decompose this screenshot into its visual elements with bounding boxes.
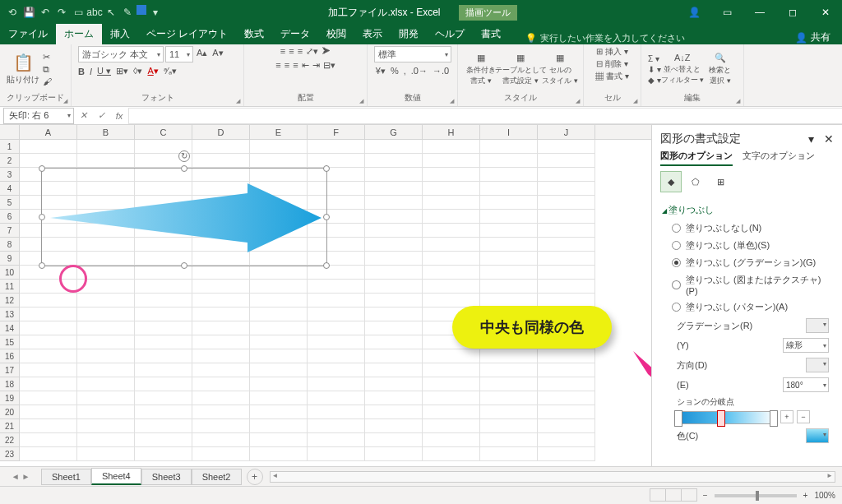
cell[interactable]: [365, 349, 423, 363]
zoom-out-icon[interactable]: −: [703, 491, 708, 500]
autosave-icon[interactable]: ⟲: [5, 5, 20, 20]
cell[interactable]: [20, 321, 77, 335]
tab-review[interactable]: 校閲: [318, 24, 354, 44]
fx-icon[interactable]: fx: [110, 111, 128, 121]
format-cells-button[interactable]: ▦ 書式 ▾: [595, 71, 629, 82]
rotate-handle[interactable]: [178, 150, 190, 162]
cell[interactable]: [480, 140, 538, 154]
col-header[interactable]: E: [250, 125, 308, 139]
cell[interactable]: [480, 252, 538, 266]
row-header[interactable]: 2: [0, 154, 20, 168]
cell[interactable]: [308, 447, 365, 461]
cell[interactable]: [20, 377, 77, 391]
shrink-font-icon[interactable]: A▾: [210, 46, 224, 62]
horizontal-scrollbar[interactable]: [270, 471, 836, 483]
cell[interactable]: [365, 391, 423, 405]
cell[interactable]: [250, 349, 308, 363]
resize-handle[interactable]: [39, 165, 45, 172]
cell[interactable]: [423, 419, 480, 433]
tab-data[interactable]: データ: [272, 24, 318, 44]
cell[interactable]: [250, 377, 308, 391]
row-header[interactable]: 1: [0, 140, 20, 154]
cell[interactable]: [365, 196, 423, 210]
cell[interactable]: [308, 363, 365, 377]
select-all-corner[interactable]: [0, 125, 20, 139]
cell[interactable]: [365, 252, 423, 266]
cell[interactable]: [308, 294, 365, 307]
cell[interactable]: [480, 210, 538, 224]
cell[interactable]: [423, 433, 480, 447]
name-box[interactable]: 矢印: 右 6: [3, 108, 74, 124]
cell[interactable]: [480, 419, 538, 433]
row-header[interactable]: 21: [0, 419, 20, 433]
cell[interactable]: [423, 447, 480, 461]
number-format-combo[interactable]: 標準: [374, 46, 451, 62]
tab-dev[interactable]: 開発: [391, 24, 427, 44]
cancel-fx-icon[interactable]: ✕: [74, 110, 92, 121]
cell[interactable]: [192, 447, 250, 461]
col-header[interactable]: D: [192, 125, 250, 139]
fill-line-icon[interactable]: ◆: [660, 171, 682, 192]
tab-home[interactable]: ホーム: [56, 24, 102, 44]
row-header[interactable]: 3: [0, 168, 20, 182]
cell[interactable]: [538, 168, 595, 182]
cell[interactable]: [480, 182, 538, 196]
cell[interactable]: [423, 363, 480, 377]
accept-fx-icon[interactable]: ✓: [92, 110, 110, 121]
cell[interactable]: [192, 266, 250, 280]
cell[interactable]: [308, 154, 365, 168]
cell[interactable]: [250, 321, 308, 335]
percent-icon[interactable]: %: [391, 66, 399, 76]
sheet-tab[interactable]: Sheet3: [141, 469, 192, 485]
remove-stop-button[interactable]: −: [797, 410, 810, 423]
cell[interactable]: [250, 391, 308, 405]
cell[interactable]: [538, 280, 595, 294]
maximize-icon[interactable]: ◻: [776, 0, 809, 25]
gradient-type-combo[interactable]: 線形: [783, 338, 829, 353]
cell[interactable]: [538, 266, 595, 280]
cell[interactable]: [192, 140, 250, 154]
cell[interactable]: [20, 363, 77, 377]
fill-gradient-radio[interactable]: 塗りつぶし (グラデーション)(G): [662, 254, 832, 271]
row-header[interactable]: 8: [0, 238, 20, 252]
cell[interactable]: [480, 405, 538, 419]
cell[interactable]: [250, 447, 308, 461]
col-header[interactable]: C: [135, 125, 192, 139]
cell[interactable]: [538, 238, 595, 252]
cell[interactable]: [365, 377, 423, 391]
cell-styles-button[interactable]: ▦セルの スタイル ▾: [544, 53, 576, 86]
cell[interactable]: [77, 349, 135, 363]
cell[interactable]: [77, 363, 135, 377]
cell[interactable]: [480, 433, 538, 447]
cell[interactable]: [192, 391, 250, 405]
cell[interactable]: [538, 224, 595, 238]
row-header[interactable]: 23: [0, 447, 20, 461]
cell[interactable]: [77, 321, 135, 335]
delete-cells-button[interactable]: ⊟ 削除 ▾: [596, 58, 628, 70]
fill-pattern-radio[interactable]: 塗りつぶし (パターン)(A): [662, 298, 832, 316]
cell[interactable]: [308, 321, 365, 335]
cell[interactable]: [538, 210, 595, 224]
underline-button[interactable]: U ▾: [97, 66, 111, 76]
cell[interactable]: [365, 266, 423, 280]
insert-cells-button[interactable]: ⊞ 挿入 ▾: [596, 46, 628, 58]
cell[interactable]: [480, 238, 538, 252]
merge-button[interactable]: ⊟▾: [323, 60, 335, 71]
gradient-stop-selected[interactable]: [717, 410, 725, 427]
cell[interactable]: [538, 182, 595, 196]
cell[interactable]: [192, 294, 250, 307]
cell[interactable]: [538, 419, 595, 433]
col-header[interactable]: I: [480, 125, 538, 139]
cell[interactable]: [20, 405, 77, 419]
align-top-icon[interactable]: ≡: [280, 46, 285, 57]
tab-format[interactable]: 書式: [473, 24, 509, 44]
cell[interactable]: [135, 280, 192, 294]
tab-formulas[interactable]: 数式: [236, 24, 272, 44]
row-header[interactable]: 22: [0, 433, 20, 447]
cell[interactable]: [192, 321, 250, 335]
cell[interactable]: [365, 294, 423, 307]
wrap-text-button[interactable]: ⮞: [322, 46, 331, 57]
cell[interactable]: [20, 433, 77, 447]
align-mid-icon[interactable]: ≡: [289, 46, 294, 57]
cell[interactable]: [365, 419, 423, 433]
